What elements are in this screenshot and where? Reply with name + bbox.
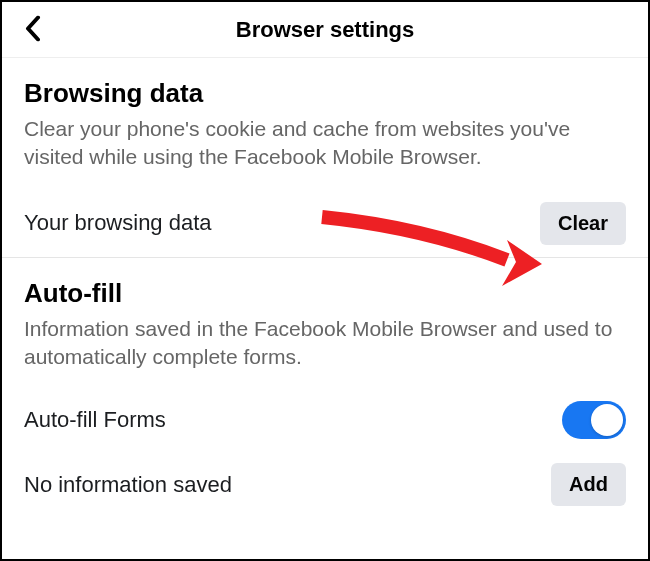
row-your-browsing-data: Your browsing data Clear bbox=[2, 190, 648, 258]
row-no-information: No information saved Add bbox=[2, 451, 648, 518]
back-button[interactable] bbox=[20, 11, 46, 48]
browsing-data-description: Clear your phone's cookie and cache from… bbox=[24, 115, 626, 172]
chevron-left-icon bbox=[24, 15, 42, 41]
page-title: Browser settings bbox=[236, 17, 415, 43]
browsing-data-label: Your browsing data bbox=[24, 210, 212, 236]
header-bar: Browser settings bbox=[2, 2, 648, 58]
section-autofill: Auto-fill Information saved in the Faceb… bbox=[2, 258, 648, 372]
row-autofill-forms: Auto-fill Forms bbox=[2, 389, 648, 451]
section-browsing-data: Browsing data Clear your phone's cookie … bbox=[2, 58, 648, 172]
toggle-knob bbox=[591, 404, 623, 436]
clear-button[interactable]: Clear bbox=[540, 202, 626, 245]
autofill-toggle[interactable] bbox=[562, 401, 626, 439]
autofill-title: Auto-fill bbox=[24, 278, 626, 309]
autofill-description: Information saved in the Facebook Mobile… bbox=[24, 315, 626, 372]
browsing-data-title: Browsing data bbox=[24, 78, 626, 109]
no-info-label: No information saved bbox=[24, 472, 232, 498]
add-button[interactable]: Add bbox=[551, 463, 626, 506]
autofill-forms-label: Auto-fill Forms bbox=[24, 407, 166, 433]
